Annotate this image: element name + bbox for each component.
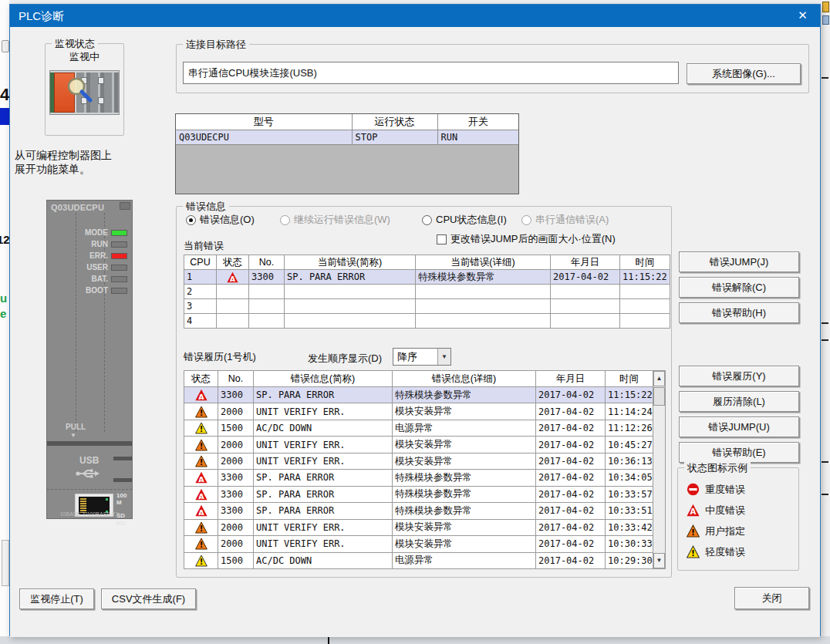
- csv-generate-button[interactable]: CSV文件生成(F): [101, 588, 196, 609]
- time-cell: 10:34:05: [606, 470, 653, 486]
- model-table-header-row: 型号 运行状态 开关: [176, 114, 518, 130]
- plc-led-row: ERR.: [47, 250, 127, 261]
- error-brief-cell: AC/DC DOWN: [254, 420, 393, 436]
- svg-text:A: A: [198, 393, 204, 401]
- error-detail-cell: 模块安装异常: [393, 437, 536, 453]
- history-row[interactable]: A3300SP. PARA ERROR特殊模块参数异常2017-04-0211:…: [184, 387, 653, 403]
- checkbox-box[interactable]: [437, 234, 447, 244]
- background-fragment: [822, 322, 828, 324]
- moderate-error-icon: A: [686, 504, 700, 517]
- dialog-title: PLC诊断: [19, 5, 64, 27]
- history-row[interactable]: !2000UNIT VERIFY ERR.模块安装异常2017-04-0210:…: [184, 437, 653, 453]
- background-fragment: [2, 540, 9, 586]
- error-history-button[interactable]: 错误履历(Y): [679, 366, 799, 386]
- error-brief-cell: SP. PARA ERROR: [254, 470, 393, 486]
- time-cell: [620, 299, 670, 314]
- status-cell: A: [184, 486, 218, 502]
- stop-monitor-button[interactable]: 监视停止(T): [19, 588, 94, 609]
- current-error-label: 当前错误: [184, 239, 224, 253]
- time-cell: 11:14:24: [606, 403, 653, 420]
- user-error-icon: !: [195, 439, 208, 450]
- error-brief-cell: [285, 285, 416, 299]
- plc-rack-image: [49, 70, 120, 115]
- plc-led-row: USER: [47, 261, 127, 273]
- scrollbar-thumb[interactable]: [653, 387, 665, 406]
- current-error-row[interactable]: 3: [184, 299, 670, 314]
- scroll-down-icon[interactable]: ▼: [653, 553, 665, 568]
- plc-module-notch: [120, 202, 130, 210]
- error-brief-cell: AC/DC DOWN: [254, 552, 393, 568]
- plc-led-row: MODE: [47, 227, 127, 238]
- radio-error-info[interactable]: 错误信息(O): [186, 213, 255, 227]
- error-clear-button[interactable]: 错误解除(C): [679, 277, 799, 298]
- user-error-icon: !: [195, 538, 208, 548]
- radio-circle: [280, 215, 290, 225]
- scroll-up-icon[interactable]: ▲: [653, 371, 665, 386]
- date-cell: 2017-04-02: [536, 420, 606, 436]
- time-cell: 10:29:30: [606, 552, 653, 568]
- legend-item: 重度错误: [686, 479, 745, 500]
- current-error-row[interactable]: 2: [184, 285, 670, 299]
- time-cell: [620, 285, 670, 299]
- history-clear-button[interactable]: 履历清除(L): [679, 391, 799, 412]
- radio-circle[interactable]: [186, 215, 196, 225]
- connection-target-group: 连接目标路径 串行通信CPU模块连接(USB) 系统图像(G)...: [176, 44, 809, 93]
- status-cell: !: [184, 519, 218, 535]
- history-row[interactable]: !1500AC/DC DOWN电源异常2017-04-0210:29:30: [184, 552, 653, 568]
- background-fragment: [822, 339, 828, 341]
- radio-label: CPU状态信息(I): [436, 213, 507, 227]
- plc-module-graphic[interactable]: Q03UDECPU MODERUNERR.USERBAT.BOOT PULL ▼…: [46, 200, 133, 519]
- plc-diagnostics-dialog: PLC诊断 ✕ 监视状态 监视中: [9, 4, 821, 636]
- radio-label: 错误信息(O): [200, 213, 255, 227]
- legend-item: !轻度错误: [686, 541, 745, 562]
- history-row[interactable]: A3300SP. PARA ERROR特殊模块参数异常2017-04-0210:…: [184, 486, 653, 502]
- background-fragment: u: [0, 292, 7, 305]
- radio-cpu-status-info[interactable]: CPU状态信息(I): [422, 213, 507, 227]
- rack-slot: [98, 97, 104, 104]
- current-error-header: 年月日: [551, 255, 620, 270]
- error-help-h-button[interactable]: 错误帮助(H): [679, 302, 799, 323]
- time-cell: 10:30:33: [606, 536, 653, 552]
- plc-led-err: [111, 253, 127, 259]
- history-scrollbar[interactable]: ▲ ▼: [653, 370, 666, 569]
- close-button[interactable]: 关闭: [734, 587, 809, 609]
- error-jump-u-button[interactable]: 错误JUMP(U): [679, 416, 799, 437]
- svg-text:A: A: [230, 275, 235, 282]
- legend-group-label: 状态图标示例: [684, 461, 751, 475]
- error-jump-j-button[interactable]: 错误JUMP(J): [679, 251, 799, 272]
- history-row[interactable]: !2000UNIT VERIFY ERR.模块安装异常2017-04-0210:…: [184, 536, 653, 552]
- error-no-cell: 1500: [218, 552, 254, 568]
- radio-circle[interactable]: [422, 215, 432, 225]
- history-row[interactable]: A3300SP. PARA ERROR特殊模块参数异常2017-04-0210:…: [184, 503, 653, 519]
- switch-value: RUN: [437, 130, 518, 144]
- error-brief-cell: [285, 299, 416, 314]
- error-help-e-button[interactable]: 错误帮助(E): [679, 442, 799, 463]
- port-labels: 100 M SD RD: [116, 492, 132, 527]
- resize-after-jump-checkbox[interactable]: 更改错误JUMP后的画面大小·位置(N): [437, 232, 616, 246]
- error-detail-cell: 特殊模块参数异常: [393, 470, 536, 486]
- legend-item-label: 重度错误: [705, 483, 745, 497]
- history-row[interactable]: !2000UNIT VERIFY ERR.模块安装异常2017-04-0210:…: [184, 519, 653, 535]
- history-row[interactable]: !1500AC/DC DOWN电源异常2017-04-0211:12:26: [184, 420, 653, 436]
- user-error-icon: !: [686, 524, 700, 538]
- close-icon[interactable]: ✕: [785, 5, 820, 27]
- svg-text:!: !: [199, 409, 203, 417]
- history-row[interactable]: !2000UNIT VERIFY ERR.模块安装异常2017-04-0211:…: [184, 403, 653, 420]
- history-row[interactable]: A3300SP. PARA ERROR特殊模块参数异常2017-04-0210:…: [184, 470, 653, 486]
- history-header: 错误信息(简称): [254, 371, 393, 387]
- current-error-row[interactable]: 4: [184, 314, 670, 329]
- history-row[interactable]: !2000UNIT VERIFY ERR.模块安装异常2017-04-0210:…: [184, 453, 653, 469]
- date-cell: 2017-04-02: [536, 503, 606, 519]
- legend-items: 重度错误A中度错误!用户指定!轻度错误: [686, 479, 745, 562]
- current-error-row[interactable]: 1A3300SP. PARA ERROR特殊模块参数异常2017-04-0211…: [184, 270, 670, 285]
- monitor-status-group: 监视状态 监视中: [45, 43, 124, 136]
- title-bar[interactable]: PLC诊断 ✕: [10, 5, 820, 27]
- history-header: 年月日: [536, 371, 606, 387]
- model-table-row[interactable]: Q03UDECPU STOP RUN: [176, 130, 518, 144]
- system-image-button[interactable]: 系统图像(G)...: [687, 63, 801, 84]
- plc-led-boot: [111, 288, 127, 294]
- chevron-down-icon[interactable]: ▼: [437, 349, 450, 365]
- time-cell: 11:12:26: [606, 420, 653, 436]
- error-no-cell: 1500: [218, 420, 254, 436]
- sort-order-select[interactable]: 降序 ▼: [393, 348, 451, 366]
